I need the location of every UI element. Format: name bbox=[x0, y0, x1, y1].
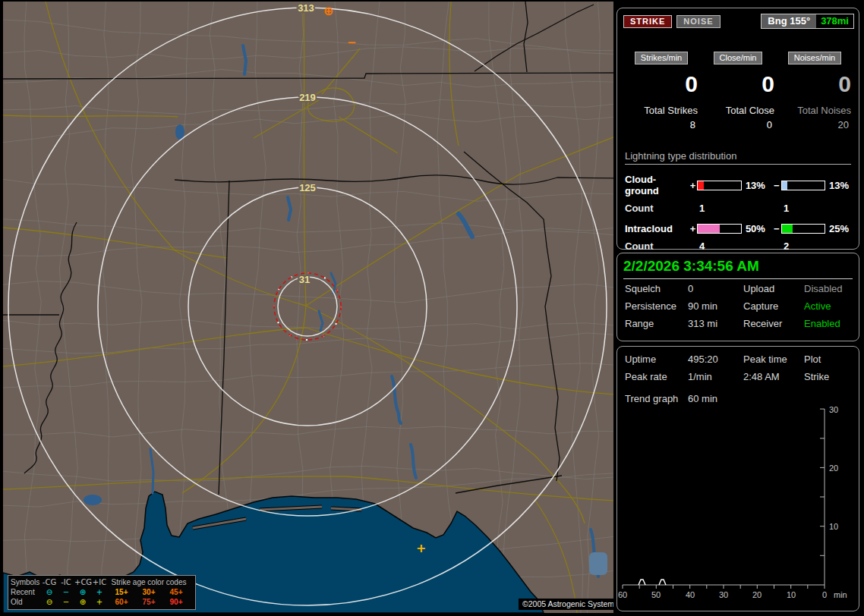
plot-value: Strike bbox=[804, 371, 859, 382]
cloud-ground-row: Cloud-ground + 13% − 13% bbox=[617, 174, 859, 196]
noises-per-min-chip[interactable]: Noises/min bbox=[788, 52, 841, 64]
strike-button[interactable]: STRIKE bbox=[623, 15, 672, 28]
total-close-value: 0 bbox=[702, 119, 774, 130]
close-per-min-chip[interactable]: Close/min bbox=[714, 52, 763, 64]
map-canvas: 313 219 125 31 bbox=[3, 2, 613, 613]
ic-minus-pct: 25% bbox=[825, 223, 859, 234]
peak-time-label: Peak time bbox=[743, 354, 804, 365]
trend-graph: 30 20 10 60 50 40 30 20 10 0 min bbox=[617, 401, 859, 608]
counter-columns: Strikes/min 0 Total Strikes 8 Close/min … bbox=[617, 52, 859, 130]
cg-plus-count: 1 bbox=[699, 203, 743, 214]
receiver-label: Receiver bbox=[743, 318, 804, 329]
x-tick-60: 60 bbox=[618, 590, 627, 599]
strikes-column: Strikes/min 0 Total Strikes 8 bbox=[625, 52, 698, 130]
noises-column: Noises/min 0 Total Noises 20 bbox=[778, 52, 851, 130]
legend-old-row: Old ⊖ − ⊕ + 60+ 75+ 90+ bbox=[11, 597, 193, 607]
circle-plus-icon: ⊕ bbox=[74, 598, 91, 606]
cg-minus-pct: 13% bbox=[825, 180, 859, 191]
ic-plus-bar-fill bbox=[698, 225, 719, 233]
y-tick-10: 10 bbox=[829, 522, 838, 531]
lightning-map[interactable]: 313 219 125 31 ⊕ − + Symbols -CG -IC +CG… bbox=[3, 2, 613, 613]
map-legend: Symbols -CG -IC +CG +IC Strike age color… bbox=[8, 575, 196, 610]
squelch-value: 0 bbox=[688, 283, 743, 294]
cg-minus-bar-fill bbox=[782, 181, 787, 190]
squelch-label: Squelch bbox=[625, 283, 688, 294]
peak-rate-label: Peak rate bbox=[625, 371, 688, 382]
intracloud-count-row: Count 4 2 bbox=[617, 240, 859, 252]
total-noises-value: 20 bbox=[778, 119, 851, 130]
uptime-value: 495:20 bbox=[688, 354, 743, 365]
x-tick-40: 40 bbox=[686, 590, 695, 599]
ic-plus-count: 4 bbox=[699, 240, 743, 252]
x-tick-10: 10 bbox=[787, 590, 796, 599]
datetime-display: 2/2/2026 3:34:56 AM bbox=[623, 258, 853, 279]
circle-minus-icon: ⊖ bbox=[41, 588, 58, 596]
x-axis-unit: min bbox=[834, 590, 847, 599]
cg-minus-bar bbox=[781, 181, 825, 190]
total-close-label: Total Close bbox=[702, 105, 774, 116]
cloud-ground-count-row: Count 1 1 bbox=[617, 203, 859, 214]
legend-neg-ic-header: -IC bbox=[58, 578, 74, 586]
circle-minus-icon: ⊖ bbox=[41, 598, 58, 606]
status-row: Squelch 0 Upload Disabled bbox=[617, 281, 859, 297]
status-row: Range 313 mi Receiver Enabled bbox=[617, 316, 859, 332]
total-strikes-label: Total Strikes bbox=[625, 105, 698, 116]
ring-label-313: 313 bbox=[298, 2, 314, 14]
x-tick-50: 50 bbox=[651, 590, 661, 599]
age-75: 75+ bbox=[135, 598, 162, 606]
age-60: 60+ bbox=[108, 598, 135, 606]
total-strikes-value: 8 bbox=[625, 119, 698, 130]
range-value: 313 mi bbox=[688, 318, 743, 329]
cg-minus-count: 1 bbox=[784, 203, 828, 214]
ring-label-219: 219 bbox=[299, 92, 316, 103]
trend-panel: Uptime 495:20 Peak time Plot Peak rate 1… bbox=[616, 346, 859, 611]
bearing-distance: 378mi bbox=[816, 14, 853, 28]
noise-button[interactable]: NOISE bbox=[676, 15, 720, 28]
range-label: Range bbox=[625, 318, 688, 329]
close-column: Close/min 0 Total Close 0 bbox=[702, 52, 774, 130]
x-tick-30: 30 bbox=[719, 590, 728, 599]
legend-symbols-header: Symbols bbox=[11, 578, 41, 586]
ic-plus-pct: 50% bbox=[742, 223, 772, 234]
intracloud-row: Intracloud + 50% − 25% bbox=[617, 223, 859, 234]
status-row: Persistence 90 min Capture Active bbox=[617, 298, 859, 314]
distribution-title: Lightning type distribution bbox=[625, 150, 851, 165]
cg-plus-bar-fill bbox=[698, 181, 703, 190]
strike-symbol-pos-cg: ⊕ bbox=[323, 5, 333, 17]
cloud-ground-label: Cloud-ground bbox=[625, 174, 689, 196]
plus-sign: + bbox=[689, 180, 698, 191]
upload-label: Upload bbox=[743, 283, 804, 294]
bearing-display: Bng 155° 378mi bbox=[761, 14, 854, 29]
persistence-value: 90 min bbox=[688, 300, 743, 312]
x-tick-20: 20 bbox=[752, 590, 762, 599]
ic-minus-bar-fill bbox=[782, 225, 793, 233]
x-tick-0: 0 bbox=[822, 590, 827, 599]
close-per-min-value: 0 bbox=[702, 71, 774, 96]
mode-row: STRIKE NOISE Bng 155° 378mi bbox=[623, 14, 854, 29]
strike-symbol-neg-ic: − bbox=[347, 37, 357, 49]
trend-axes bbox=[623, 409, 825, 589]
y-tick-20: 20 bbox=[829, 464, 838, 473]
peak-rate-value: 1/min bbox=[688, 371, 743, 382]
circle-plus-icon: ⊕ bbox=[74, 588, 91, 596]
strikes-per-min-value: 0 bbox=[625, 71, 698, 96]
legend-old-label: Old bbox=[11, 598, 41, 606]
strikes-per-min-chip[interactable]: Strikes/min bbox=[635, 52, 688, 64]
total-noises-label: Total Noises bbox=[778, 105, 851, 116]
capture-status: Active bbox=[804, 300, 859, 312]
minus-sign: − bbox=[772, 223, 781, 234]
legend-header-row: Symbols -CG -IC +CG +IC Strike age color… bbox=[11, 577, 193, 587]
age-45: 45+ bbox=[162, 588, 190, 596]
status-panel: 2/2/2026 3:34:56 AM Squelch 0 Upload Dis… bbox=[616, 253, 859, 341]
stats-row: Uptime 495:20 Peak time Plot bbox=[617, 351, 859, 367]
age-15: 15+ bbox=[108, 588, 135, 596]
plot-label: Plot bbox=[804, 354, 859, 365]
plus-sign: + bbox=[689, 223, 698, 234]
peak-time-value: 2:48 AM bbox=[743, 371, 804, 382]
copyright-text: ©2005 Astrogenic Systems bbox=[519, 599, 613, 610]
plus-icon: + bbox=[91, 588, 108, 596]
ic-minus-count: 2 bbox=[784, 240, 828, 252]
persistence-label: Persistence bbox=[625, 300, 688, 312]
trend-series bbox=[639, 580, 666, 585]
y-tick-30: 30 bbox=[829, 405, 838, 414]
